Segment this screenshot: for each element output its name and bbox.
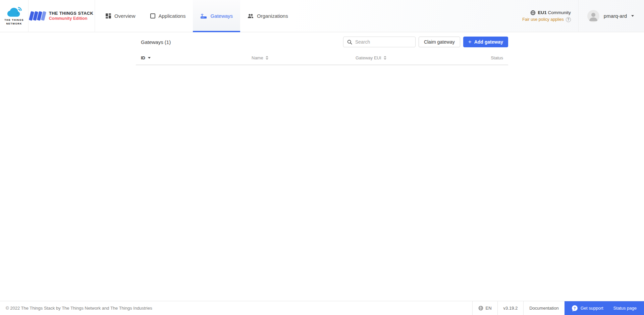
chevron-down-icon	[631, 15, 634, 17]
tab-applications-label: Applications	[159, 13, 186, 19]
tab-gateways[interactable]: Gateways	[193, 0, 240, 32]
tab-overview-label: Overview	[114, 13, 136, 19]
globe-icon	[478, 306, 483, 311]
ttn-logo-text: THE THINGS NETWORK	[4, 18, 23, 25]
column-header-gateway-eui[interactable]: Gateway EUI	[356, 55, 460, 60]
user-name: pmarq-ard	[604, 13, 627, 19]
top-navigation-bar: THE THINGS NETWORK THE THINGS STACK Comm…	[0, 0, 644, 32]
gateways-toolbar: Gateways (1) Claim gateway + Add gateway	[136, 37, 508, 47]
plus-icon: +	[468, 39, 472, 45]
help-circle-icon[interactable]: ?	[566, 17, 571, 22]
add-gateway-label: Add gateway	[474, 39, 503, 45]
sort-desc-icon	[148, 57, 151, 59]
user-menu[interactable]: pmarq-ard	[578, 0, 644, 32]
header-spacer	[296, 0, 522, 32]
tts-stack-icon	[30, 11, 45, 20]
things-network-logo[interactable]: THE THINGS NETWORK	[0, 0, 29, 32]
status-page-link[interactable]: Status page	[613, 306, 637, 311]
column-header-name[interactable]: Name	[252, 55, 356, 60]
overview-grid-icon	[106, 13, 111, 18]
page-title: Gateways (1)	[136, 39, 171, 45]
search-input[interactable]	[355, 39, 412, 45]
version-label: v3.19.2	[497, 301, 524, 315]
claim-gateway-button[interactable]: Claim gateway	[419, 37, 460, 47]
support-question-icon: ?	[572, 305, 578, 311]
tab-overview[interactable]: Overview	[98, 0, 143, 32]
get-support-label: Get support	[581, 306, 603, 311]
gateway-router-icon	[200, 13, 207, 19]
documentation-link[interactable]: Documentation	[523, 301, 564, 315]
ttn-cloud-icon	[5, 6, 23, 18]
sort-both-icon	[266, 56, 268, 60]
applications-box-icon	[150, 13, 155, 18]
search-icon	[347, 40, 352, 45]
cluster-selector[interactable]: EU1 Community	[530, 10, 571, 15]
get-support-link[interactable]: ? Get support	[572, 305, 603, 311]
globe-icon	[530, 10, 536, 15]
tab-organizations[interactable]: Organizations	[240, 0, 296, 32]
gateways-table-header: ID Name Gateway EUI Status	[136, 55, 508, 65]
column-header-id[interactable]: ID	[141, 55, 252, 60]
main-content: Gateways (1) Claim gateway + Add gateway	[0, 32, 644, 301]
organizations-people-icon	[248, 13, 254, 18]
main-nav: Overview Applications Gateways	[98, 0, 296, 32]
cluster-type: Community	[548, 10, 571, 15]
cluster-name: EU1	[538, 10, 547, 15]
language-label: EN	[486, 306, 492, 311]
fair-use-notice[interactable]: Fair use policy applies ?	[522, 17, 571, 22]
footer: © 2022 The Things Stack by The Things Ne…	[0, 301, 644, 315]
footer-support-section: ? Get support Status page	[565, 301, 644, 315]
tts-logo-title: THE THINGS STACK	[49, 11, 94, 16]
footer-spacer	[152, 301, 472, 315]
tab-organizations-label: Organizations	[257, 13, 288, 19]
avatar	[587, 10, 599, 22]
things-stack-logo[interactable]: THE THINGS STACK Community Edition	[29, 0, 95, 32]
column-header-status: Status	[460, 55, 503, 60]
tab-gateways-label: Gateways	[210, 13, 233, 19]
sort-both-icon	[384, 56, 386, 60]
tts-logo-subtitle: Community Edition	[49, 16, 94, 21]
tab-applications[interactable]: Applications	[143, 0, 193, 32]
fair-use-text: Fair use policy applies	[522, 17, 564, 22]
cluster-info: EU1 Community Fair use policy applies ?	[522, 0, 578, 32]
add-gateway-button[interactable]: + Add gateway	[463, 37, 508, 47]
language-selector[interactable]: EN	[472, 301, 497, 315]
search-box[interactable]	[343, 37, 416, 47]
copyright-text: © 2022 The Things Stack by The Things Ne…	[0, 301, 152, 315]
